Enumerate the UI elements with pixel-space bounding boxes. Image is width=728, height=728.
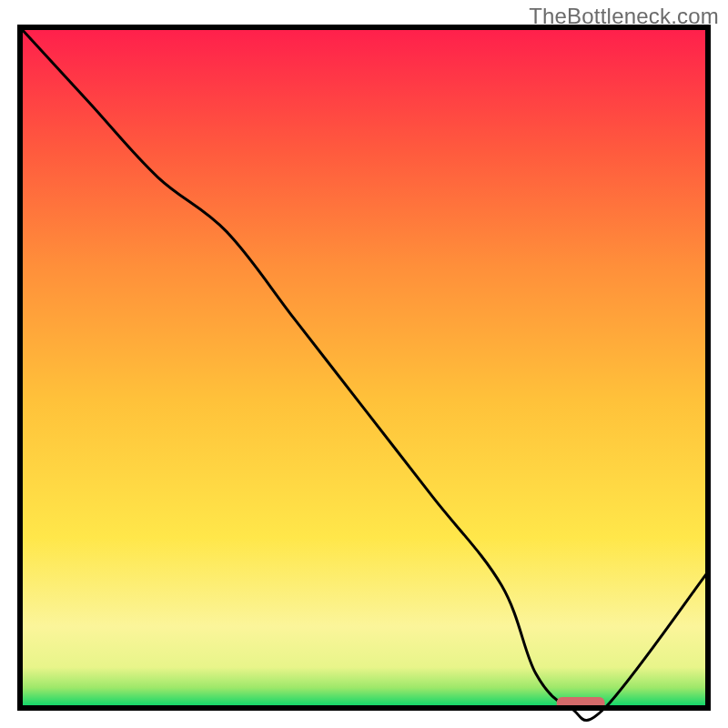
chart-frame: TheBottleneck.com bbox=[0, 0, 728, 728]
plot-background bbox=[20, 27, 708, 708]
bottleneck-chart bbox=[0, 0, 728, 728]
